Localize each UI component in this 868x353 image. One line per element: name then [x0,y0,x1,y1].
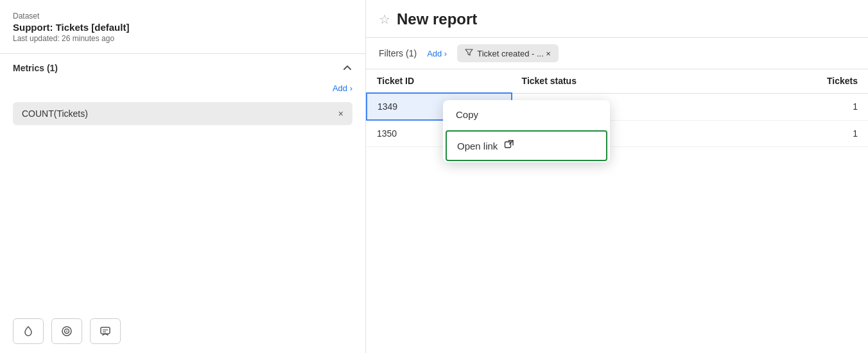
report-header: ☆ New report [366,0,868,38]
metrics-collapse-icon[interactable] [342,63,352,73]
radio-icon-button[interactable] [51,318,82,344]
metrics-title: Metrics (1) [13,63,58,73]
open-link-label: Open link [457,141,498,151]
context-menu: Copy Open link [443,100,610,162]
metrics-section: Metrics (1) Add › COUNT(Tickets) × [0,54,365,309]
metric-chip: COUNT(Tickets) × [13,102,352,125]
chat-icon-button[interactable] [90,318,121,344]
funnel-icon [465,48,473,58]
dataset-section: Dataset Support: Tickets [default] Last … [0,0,365,54]
star-icon[interactable]: ☆ [379,12,390,27]
report-title: New report [397,10,477,28]
filter-chip[interactable]: Ticket created - ... × [457,44,559,62]
metric-chip-label: COUNT(Tickets) [22,108,88,119]
cell-tickets-1349: 1 [712,93,868,120]
filters-label: Filters (1) [379,48,417,58]
drop-icon-button[interactable] [13,318,44,344]
filters-add-button[interactable]: Add › [427,49,447,58]
metric-chip-close-button[interactable]: × [338,108,343,119]
table-row: 1349 1 [367,93,868,120]
svg-line-7 [510,141,514,144]
table-container: Ticket ID Ticket status Tickets 1349 1 1… [366,69,868,353]
metrics-add-button[interactable]: Add › [13,81,352,96]
dataset-updated: Last updated: 26 minutes ago [13,34,352,43]
context-menu-open-link[interactable]: Open link [446,130,607,161]
cell-tickets-1350: 1 [712,120,868,147]
table-row: 1350 1 [367,120,868,147]
metrics-header: Metrics (1) [13,63,352,73]
filter-chip-label: Ticket created - ... × [477,49,551,58]
svg-rect-6 [505,142,511,148]
dataset-name: Support: Tickets [default] [13,22,352,33]
right-panel: ☆ New report Filters (1) Add › Ticket cr… [366,0,868,353]
left-panel: Dataset Support: Tickets [default] Last … [0,0,366,353]
external-link-icon [504,139,514,152]
svg-rect-3 [101,327,110,334]
col-header-ticket-id: Ticket ID [367,69,512,93]
col-header-tickets: Tickets [712,69,868,93]
svg-point-2 [66,331,67,332]
data-table: Ticket ID Ticket status Tickets 1349 1 1… [366,69,868,147]
col-header-ticket-status: Ticket status [512,69,712,93]
copy-label: Copy [456,109,478,120]
dataset-label: Dataset [13,12,352,21]
filters-bar: Filters (1) Add › Ticket created - ... × [366,38,868,69]
bottom-icons-bar [0,309,365,353]
context-menu-copy[interactable]: Copy [443,100,610,129]
